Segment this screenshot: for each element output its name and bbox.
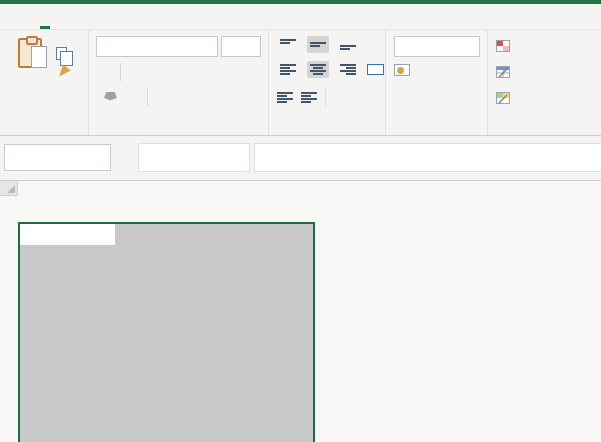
clipboard-dialog-launcher[interactable] [75,122,84,131]
accounting-format-button[interactable] [394,64,410,76]
select-all-button[interactable] [0,181,18,196]
alignment-dialog-launcher[interactable] [372,122,381,131]
align-right-icon [340,64,356,75]
tab-review[interactable] [162,4,188,29]
excel-window [0,0,601,442]
font-size-combo[interactable] [221,36,261,57]
active-cell-A2[interactable] [20,224,115,245]
tab-view[interactable] [188,4,214,29]
align-right-button[interactable] [337,61,359,78]
paste-clipboard-icon [18,38,42,68]
tab-page-layout[interactable] [84,4,110,29]
font-dialog-launcher[interactable] [255,122,264,131]
format-painter-button[interactable] [56,66,68,78]
align-center-icon [310,64,326,75]
tab-file[interactable] [6,4,32,29]
align-left-button[interactable] [277,61,299,78]
align-left-icon [280,64,296,75]
format-as-table-button[interactable] [496,66,514,78]
tab-insert[interactable] [58,4,84,29]
format-painter-icon [55,64,70,80]
copy-button[interactable] [56,46,70,60]
align-bottom-button[interactable] [337,36,359,53]
decrease-indent-button[interactable] [277,92,293,103]
tab-home[interactable] [32,4,58,29]
increase-indent-button[interactable] [301,92,317,103]
number-format-combo[interactable] [394,36,480,57]
group-styles [488,30,601,135]
cell-styles-icon [496,92,510,104]
format-as-table-icon [496,66,510,78]
font-name-combo[interactable] [96,36,218,57]
formula-bar [0,136,601,181]
align-middle-icon [310,39,326,50]
align-middle-button[interactable] [307,36,329,53]
formula-buttons-panel [138,143,250,172]
group-font [89,30,269,135]
align-bottom-icon [340,39,356,50]
underline-button[interactable] [110,65,113,79]
group-number [386,30,488,135]
decrease-indent-icon [277,92,293,103]
merge-center-icon [367,64,384,75]
conditional-formatting-icon [496,40,510,52]
worksheet [0,181,601,442]
merge-center-button[interactable] [367,64,384,75]
selected-range[interactable] [18,222,315,442]
font-color-button[interactable] [125,96,140,98]
font-color-bar [125,94,140,98]
accounting-icon [394,64,410,76]
formula-input[interactable] [254,143,601,172]
align-top-icon [280,39,296,50]
ribbon [0,30,601,136]
group-clipboard [0,30,89,135]
align-center-button[interactable] [307,61,329,78]
tab-data[interactable] [136,4,162,29]
number-dialog-launcher[interactable] [474,122,483,131]
tab-formulas[interactable] [110,4,136,29]
group-alignment [269,30,386,135]
cell-styles-button[interactable] [496,92,518,104]
fill-color-button[interactable] [103,92,118,103]
tab-developer[interactable] [214,4,240,29]
copy-icon [56,47,67,60]
ribbon-tab-bar [0,4,601,30]
conditional-formatting-button[interactable] [496,40,518,52]
increase-indent-icon [301,92,317,103]
align-top-button[interactable] [277,36,299,53]
paste-button[interactable] [10,38,50,116]
name-box[interactable] [4,144,111,171]
